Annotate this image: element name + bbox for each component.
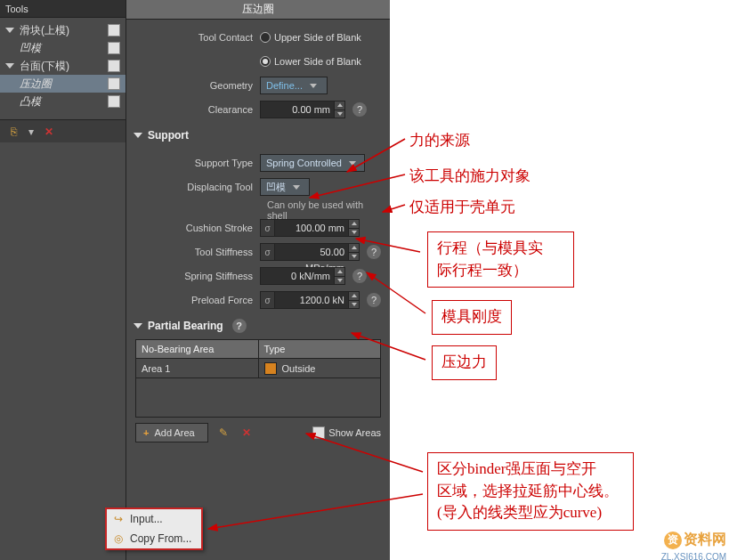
collapse-icon	[134, 323, 142, 329]
menu-item-input[interactable]: ↪ Input...	[107, 509, 201, 529]
support-group: Support Type Spring Controlled Displacin…	[126, 145, 390, 316]
sigma-icon[interactable]: σ	[260, 219, 274, 237]
annotation-force-source: 力的来源	[409, 130, 470, 150]
preload-force-value[interactable]: 1200.0 kN	[274, 291, 349, 309]
menu-item-input-label: Input...	[130, 513, 163, 525]
support-type-select[interactable]: Spring Controlled	[260, 154, 365, 172]
label-support-type: Support Type	[126, 158, 260, 168]
annotation-stroke: 行程（与模具实 际行程一致）	[427, 231, 574, 288]
table-header: No-Bearing Area Type	[136, 340, 380, 358]
help-icon[interactable]: ?	[367, 245, 381, 259]
support-section-header[interactable]: Support	[126, 126, 390, 145]
clearance-input[interactable]: 0.00 mm	[260, 101, 345, 118]
spin-buttons[interactable]	[335, 101, 345, 118]
tools-pane-title: Tools	[0, 0, 126, 18]
add-tool-icon[interactable]: ⎘	[5, 124, 21, 140]
spin-buttons[interactable]	[349, 243, 360, 261]
delete-area-icon[interactable]: ✕	[239, 425, 255, 441]
geometry-select[interactable]: Define...	[260, 77, 328, 94]
tools-pane: Tools 滑块(上模) 凹模 台面(下模) 压边圈	[0, 0, 126, 560]
annotation-binder-force: 压边力	[432, 345, 497, 380]
radio-lower-side[interactable]	[260, 56, 271, 67]
sigma-icon[interactable]: σ	[260, 291, 274, 309]
table-footer: + Add Area ✎ ✕ Show Areas	[135, 421, 381, 444]
radio-upper-side[interactable]	[260, 32, 271, 43]
properties-pane: 压边圈 Tool Contact Upper Side of Blank Low…	[126, 0, 390, 560]
plus-icon: +	[143, 427, 149, 438]
support-header-text: Support	[148, 129, 189, 142]
table-row[interactable]: Area 1 Outside	[136, 358, 380, 377]
caret-down-icon	[349, 161, 356, 166]
menu-item-copy-from[interactable]: ◎ Copy From...	[107, 529, 201, 548]
help-icon[interactable]: ?	[352, 269, 367, 283]
collapse-icon	[134, 133, 142, 138]
annotation-force-target: 该工具的施力对象	[409, 166, 530, 186]
cell-area-type[interactable]: Outside	[259, 359, 381, 377]
spring-stiffness-value[interactable]: 0 kN/mm	[260, 267, 335, 285]
caret-down-icon	[310, 84, 317, 88]
cushion-stroke-input[interactable]: σ 100.00 mm	[260, 219, 360, 237]
support-type-value: Spring Controlled	[266, 158, 342, 168]
tool-stiffness-input[interactable]: σ 50.00 MPa/mm	[260, 243, 360, 261]
expand-icon[interactable]	[5, 63, 14, 69]
help-icon[interactable]: ?	[367, 293, 381, 307]
tree-label: 凸模	[20, 94, 41, 110]
col-no-bearing-area: No-Bearing Area	[136, 340, 259, 358]
edit-area-icon[interactable]: ✎	[215, 425, 231, 441]
tool-tree: 滑块(上模) 凹模 台面(下模) 压边圈 凸模	[0, 18, 126, 114]
partial-bearing-header-text: Partial Bearing	[148, 320, 223, 332]
col-type: Type	[259, 340, 381, 358]
spin-buttons[interactable]	[335, 267, 345, 285]
visibility-toggle[interactable]	[108, 24, 120, 37]
annotation-shell-only: 仅适用于壳单元	[409, 197, 515, 217]
watermark-icon: 资	[664, 532, 682, 549]
label-tool-contact: Tool Contact	[126, 32, 260, 43]
cushion-stroke-value[interactable]: 100.00 mm	[274, 219, 349, 237]
displacing-tool-select[interactable]: 凹模	[260, 178, 310, 196]
tree-item-binder[interactable]: 压边圈	[0, 75, 126, 93]
tree-item-slider[interactable]: 滑块(上模)	[0, 21, 126, 39]
app-window: Tools 滑块(上模) 凹模 台面(下模) 压边圈	[0, 0, 390, 560]
help-icon[interactable]: ?	[232, 319, 247, 333]
partial-bearing-header[interactable]: Partial Bearing ?	[126, 316, 390, 336]
caret-down-icon	[293, 185, 300, 190]
expand-icon[interactable]	[5, 28, 14, 33]
area-type-value: Outside	[282, 363, 316, 374]
tree-item-platform[interactable]: 台面(下模)	[0, 57, 126, 75]
properties-title: 压边圈	[126, 0, 390, 20]
add-area-button[interactable]: + Add Area	[135, 423, 208, 442]
spring-stiffness-input[interactable]: 0 kN/mm	[260, 267, 345, 285]
label-spring-stiffness: Spring Stiffness	[126, 271, 260, 281]
visibility-toggle[interactable]	[108, 42, 120, 54]
visibility-toggle[interactable]	[108, 60, 120, 72]
spin-buttons[interactable]	[349, 291, 360, 309]
tree-item-punch[interactable]: 凸模	[0, 93, 126, 110]
annotation-binder-area: 区分binder强压面与空开 区域，选择拉延筋中心线。 (导入的线类型应为cur…	[427, 452, 634, 531]
watermark-text: 资料网	[684, 531, 726, 549]
input-icon: ↪	[112, 513, 125, 525]
annotation-tool-stiffness: 模具刚度	[432, 300, 512, 335]
show-areas-checkbox[interactable]	[312, 426, 325, 439]
tool-stiffness-value[interactable]: 50.00 MPa/mm	[274, 243, 349, 261]
bearing-table: No-Bearing Area Type Area 1 Outside	[135, 339, 381, 418]
cell-area-name: Area 1	[136, 359, 259, 377]
table-empty-area	[136, 377, 380, 417]
visibility-toggle[interactable]	[108, 77, 120, 90]
clearance-value[interactable]: 0.00 mm	[260, 101, 335, 118]
visibility-toggle[interactable]	[108, 95, 120, 108]
copy-icon: ◎	[112, 532, 125, 545]
label-cushion-stroke: Cushion Stroke	[126, 223, 260, 233]
toolbar-caret-icon[interactable]: ▾	[28, 126, 34, 138]
spin-buttons[interactable]	[349, 219, 360, 237]
label-displacing-tool: Displacing Tool	[126, 182, 260, 192]
displacing-tool-value: 凹模	[266, 181, 286, 194]
preload-force-input[interactable]: σ 1200.0 kN	[260, 291, 360, 309]
delete-tool-icon[interactable]: ✕	[41, 124, 57, 140]
tree-item-die-upper[interactable]: 凹模	[0, 39, 126, 57]
label-geometry: Geometry	[126, 80, 260, 91]
context-menu: ↪ Input... ◎ Copy From...	[105, 507, 203, 550]
sigma-icon[interactable]: σ	[260, 243, 274, 261]
watermark: 资 资料网	[664, 531, 726, 549]
help-icon[interactable]: ?	[352, 102, 367, 117]
tree-label: 凹模	[20, 41, 41, 56]
